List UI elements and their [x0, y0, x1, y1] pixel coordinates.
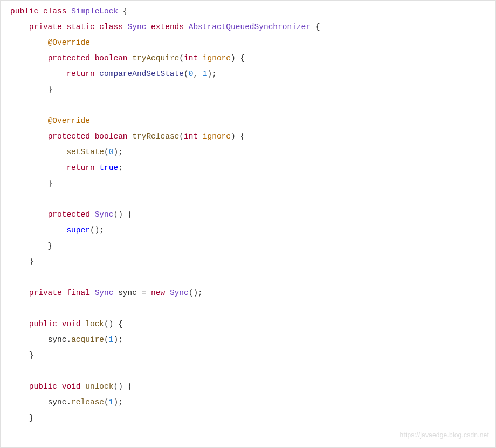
- keyword-public: public: [29, 382, 57, 391]
- keyword-private: private: [29, 288, 62, 297]
- method-cas: compareAndSetState: [99, 70, 184, 78]
- method-lock: lock: [85, 320, 104, 328]
- field-sync: sync: [48, 398, 67, 406]
- watermark: https://javaedge.blog.csdn.net: [400, 428, 489, 443]
- keyword-protected: protected: [48, 210, 90, 219]
- keyword-class: class: [43, 7, 67, 16]
- num-1: 1: [109, 398, 114, 406]
- literal-super: super: [66, 226, 90, 235]
- keyword-boolean: boolean: [95, 54, 128, 63]
- keyword-static: static: [66, 23, 94, 31]
- type-sync: Sync: [95, 210, 114, 219]
- keyword-class: class: [99, 23, 123, 31]
- field-sync: sync: [48, 335, 67, 344]
- keyword-private: private: [29, 23, 62, 31]
- type-sync: Sync: [128, 23, 147, 31]
- type-simplelock: SimpleLock: [71, 7, 118, 16]
- method-unlock: unlock: [85, 382, 113, 391]
- num-1: 1: [203, 70, 208, 78]
- method-setstate: setState: [66, 148, 104, 156]
- annotation-override: @Override: [48, 38, 90, 47]
- literal-true: true: [99, 163, 118, 172]
- field-sync: sync: [118, 288, 137, 297]
- param-ignore: ignore: [203, 54, 231, 63]
- type-int: int: [184, 54, 198, 63]
- keyword-protected: protected: [48, 54, 90, 63]
- keyword-public: public: [29, 320, 57, 328]
- method-release: release: [71, 398, 104, 406]
- type-int: int: [184, 132, 198, 141]
- keyword-void: void: [62, 382, 81, 391]
- method-tryacquire: tryAcquire: [132, 54, 179, 63]
- num-0: 0: [109, 148, 114, 156]
- type-sync: Sync: [95, 288, 114, 297]
- num-0: 0: [189, 70, 194, 78]
- keyword-void: void: [62, 320, 81, 328]
- type-aqs: AbstractQueuedSynchronizer: [189, 23, 311, 31]
- keyword-return: return: [66, 70, 94, 78]
- keyword-return: return: [66, 163, 94, 172]
- param-ignore: ignore: [203, 132, 231, 141]
- num-1: 1: [109, 335, 114, 344]
- type-sync: Sync: [170, 288, 189, 297]
- keyword-public: public: [10, 7, 38, 16]
- keyword-final: final: [66, 288, 90, 297]
- method-acquire: acquire: [71, 335, 104, 344]
- keyword-extends: extends: [151, 23, 184, 31]
- annotation-override: @Override: [48, 116, 90, 125]
- keyword-new: new: [151, 288, 165, 297]
- keyword-protected: protected: [48, 132, 90, 141]
- code-block: public class SimpleLock { private static…: [0, 0, 496, 448]
- method-tryrelease: tryRelease: [132, 132, 179, 141]
- keyword-boolean: boolean: [95, 132, 128, 141]
